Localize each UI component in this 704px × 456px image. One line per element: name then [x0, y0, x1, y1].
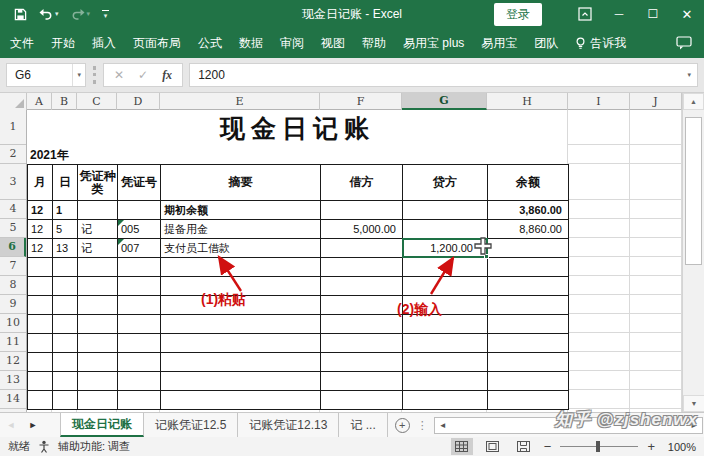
cell[interactable] [118, 277, 161, 296]
cell[interactable] [161, 353, 321, 372]
cell[interactable] [78, 277, 118, 296]
cell[interactable] [161, 315, 321, 334]
ribbon-tab-7[interactable]: 视图 [321, 35, 345, 52]
name-box-dropdown-caret[interactable]: ▾ [72, 64, 85, 86]
normal-view-button[interactable] [451, 438, 473, 455]
maximize-button[interactable]: ☐ [636, 0, 670, 28]
row-header-6[interactable]: 6 [0, 238, 26, 257]
ribbon-tab-10[interactable]: 易用宝 [481, 35, 517, 52]
cell[interactable] [488, 277, 569, 296]
cell-grid[interactable]: 现金日记账 2021年 月日凭证种类凭证号摘要借方贷方余额121期初余额3,86… [27, 110, 682, 412]
vertical-scroll-thumb[interactable] [685, 117, 702, 265]
ribbon-tab-4[interactable]: 公式 [198, 35, 222, 52]
cell[interactable] [118, 258, 161, 277]
row-header-12[interactable]: 12 [0, 352, 26, 371]
column-header-C[interactable]: C [77, 93, 117, 110]
sheet-nav-right[interactable]: ► [22, 413, 44, 437]
row-header-8[interactable]: 8 [0, 276, 26, 295]
column-header-H[interactable]: H [487, 93, 568, 110]
cell[interactable] [321, 334, 403, 353]
name-box[interactable]: G6 ▾ [6, 63, 86, 87]
sheet-tab-2[interactable]: 记账凭证12.13 [238, 413, 339, 437]
row-header-11[interactable]: 11 [0, 333, 26, 352]
sheet-tab-1[interactable]: 记账凭证12.5 [144, 413, 238, 437]
formula-input[interactable]: 1200 ▾ [189, 63, 698, 87]
ribbon-tab-3[interactable]: 页面布局 [133, 35, 181, 52]
cell[interactable] [118, 391, 161, 410]
cell[interactable] [488, 296, 569, 315]
scroll-left-button[interactable]: ◄ [435, 421, 451, 430]
ribbon-tab-2[interactable]: 插入 [92, 35, 116, 52]
table-header-7[interactable]: 余额 [488, 165, 569, 201]
cell[interactable]: 12 [28, 220, 53, 239]
table-header-6[interactable]: 贷方 [403, 165, 488, 201]
ribbon-tab-9[interactable]: 易用宝 plus [403, 35, 464, 52]
cell[interactable]: 记 [78, 220, 118, 239]
vertical-scrollbar[interactable]: ▲ ▼ [682, 93, 704, 412]
cell[interactable] [53, 334, 78, 353]
ribbon-display-options-button[interactable] [568, 0, 602, 28]
cell[interactable]: 5 [53, 220, 78, 239]
cell[interactable]: 期初余额 [161, 201, 321, 220]
row-header-4[interactable]: 4 [0, 200, 26, 219]
cell[interactable] [403, 391, 488, 410]
cell[interactable] [403, 277, 488, 296]
cell[interactable]: 12 [28, 201, 53, 220]
cell[interactable]: 3,860.00 [488, 201, 569, 220]
cell[interactable] [28, 315, 53, 334]
cell[interactable] [53, 353, 78, 372]
minimize-button[interactable]: ─ [602, 0, 636, 28]
cell[interactable]: 13 [53, 239, 78, 258]
cell[interactable] [78, 391, 118, 410]
column-header-F[interactable]: F [320, 93, 402, 110]
cell[interactable] [53, 315, 78, 334]
cell[interactable] [321, 277, 403, 296]
cell[interactable] [488, 239, 569, 258]
cell[interactable] [488, 334, 569, 353]
table-header-0[interactable]: 月 [28, 165, 53, 201]
cell[interactable] [78, 296, 118, 315]
row-header-2[interactable]: 2 [0, 145, 26, 164]
cell[interactable] [161, 372, 321, 391]
cell[interactable] [321, 258, 403, 277]
ribbon-tab-8[interactable]: 帮助 [362, 35, 386, 52]
table-header-4[interactable]: 摘要 [161, 165, 321, 201]
cell[interactable] [403, 353, 488, 372]
cell[interactable] [403, 258, 488, 277]
row-header-14[interactable]: 14 [0, 390, 26, 409]
cell[interactable]: 007 [118, 239, 161, 258]
cell[interactable]: 005 [118, 220, 161, 239]
accessibility-status[interactable]: 辅助功能: 调查 [58, 439, 130, 454]
cell[interactable] [403, 201, 488, 220]
row-header-3[interactable]: 3 [0, 164, 26, 200]
table-header-1[interactable]: 日 [53, 165, 78, 201]
cell[interactable] [118, 334, 161, 353]
cell[interactable] [78, 372, 118, 391]
table-header-2[interactable]: 凭证种类 [78, 165, 118, 201]
zoom-level[interactable]: 100% [664, 441, 696, 453]
zoom-in-button[interactable]: + [647, 439, 655, 454]
cell[interactable] [78, 315, 118, 334]
column-header-E[interactable]: E [160, 93, 320, 110]
tab-bar-options[interactable]: ⋮ [417, 419, 428, 432]
cell[interactable] [78, 258, 118, 277]
year-cell[interactable]: 2021年 [30, 147, 69, 164]
ribbon-tab-1[interactable]: 开始 [51, 35, 75, 52]
row-header-7[interactable]: 7 [0, 257, 26, 276]
cell[interactable] [28, 258, 53, 277]
cell[interactable] [161, 258, 321, 277]
redo-dropdown-caret[interactable]: ▾ [87, 10, 91, 18]
cell[interactable] [488, 372, 569, 391]
cell[interactable] [488, 315, 569, 334]
row-header-5[interactable]: 5 [0, 219, 26, 238]
comments-button[interactable] [676, 36, 692, 50]
column-header-B[interactable]: B [52, 93, 77, 110]
page-break-preview-button[interactable] [513, 438, 535, 455]
insert-function-button[interactable]: fx [162, 68, 172, 83]
cell[interactable] [118, 353, 161, 372]
zoom-slider-thumb[interactable] [596, 441, 600, 452]
cell[interactable]: 1 [53, 201, 78, 220]
table-header-3[interactable]: 凭证号 [118, 165, 161, 201]
ribbon-tab-0[interactable]: 文件 [10, 35, 34, 52]
new-sheet-button[interactable]: + [395, 418, 410, 433]
